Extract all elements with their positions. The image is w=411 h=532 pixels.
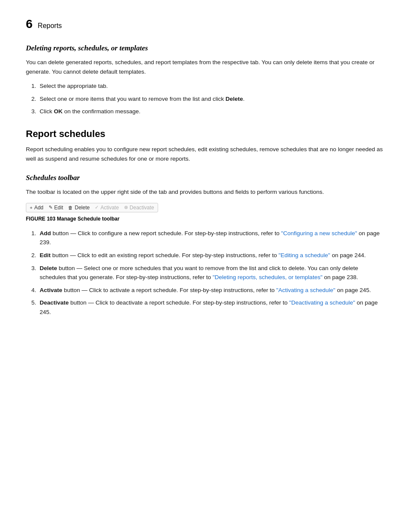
- delete-icon: 🗑: [68, 205, 73, 210]
- toolbar-deactivate-button[interactable]: ⊗ Deactivate: [124, 205, 154, 211]
- item-content: Deactivate button — Click to deactivate …: [40, 298, 385, 317]
- chapter-number: 6: [26, 17, 33, 31]
- toolbar-activate-label: Activate: [100, 205, 119, 211]
- item-content: Add button — Click to configure a new re…: [40, 229, 385, 247]
- chapter-title: Reports: [38, 22, 62, 30]
- step-content: Select the appropriate tab.: [40, 81, 385, 91]
- section-deleting: Deleting reports, schedules, or template…: [26, 44, 385, 116]
- edit-icon: ✎: [49, 205, 53, 210]
- deleting-steps-list: 1. Select the appropriate tab. 2. Select…: [26, 81, 385, 116]
- toolbar-delete-label: Delete: [75, 205, 90, 211]
- bold-deactivate: Deactivate: [40, 299, 69, 306]
- toolbar-item-5: 5. Deactivate button — Click to deactiva…: [26, 298, 385, 317]
- toolbar-edit-button[interactable]: ✎ Edit: [49, 205, 63, 211]
- bold-activate: Activate: [40, 287, 62, 293]
- toolbar-delete-button[interactable]: 🗑 Delete: [68, 205, 90, 211]
- deleting-step-1: 1. Select the appropriate tab.: [26, 81, 385, 91]
- chapter-header: 6 Reports: [26, 17, 385, 31]
- item-content: Edit button — Click to edit an existing …: [40, 251, 385, 260]
- schedules-toolbar-title: Schedules toolbar: [26, 174, 385, 182]
- toolbar-item-1: 1. Add button — Click to configure a new…: [26, 229, 385, 247]
- item-number: 5.: [26, 298, 36, 317]
- section-report-schedules: Report schedules Report scheduling enabl…: [26, 128, 385, 163]
- bold-add: Add: [40, 230, 51, 236]
- bold-delete: Delete: [225, 96, 243, 102]
- toolbar-item-3: 3. Delete button — Select one or more sc…: [26, 264, 385, 282]
- toolbar-add-label: Add: [34, 205, 43, 211]
- deactivate-icon: ⊗: [124, 205, 128, 210]
- toolbar-edit-label: Edit: [54, 205, 63, 211]
- figure-caption: FIGURE 103 Manage Schedule toolbar: [26, 216, 385, 222]
- step-content: Select one or more items that you want t…: [40, 94, 385, 104]
- bold-edit: Edit: [40, 252, 51, 258]
- link-activating-schedule[interactable]: "Activating a schedule": [276, 287, 335, 293]
- toolbar-item-2: 2. Edit button — Click to edit an existi…: [26, 251, 385, 260]
- link-configuring-schedule[interactable]: "Configuring a new schedule": [281, 230, 357, 236]
- toolbar-deactivate-label: Deactivate: [130, 205, 154, 211]
- report-schedules-intro: Report scheduling enables you to configu…: [26, 145, 385, 163]
- item-content: Activate button — Click to activate a re…: [40, 286, 385, 295]
- deleting-step-2: 2. Select one or more items that you wan…: [26, 94, 385, 104]
- step-number: 3.: [26, 107, 36, 116]
- step-number: 2.: [26, 94, 36, 104]
- deleting-step-3: 3. Click OK on the confirmation message.: [26, 107, 385, 116]
- link-editing-schedule[interactable]: "Editing a schedule": [279, 252, 330, 258]
- section-schedules-toolbar: Schedules toolbar The toolbar is located…: [26, 174, 385, 317]
- schedules-toolbar-intro: The toolbar is located on the upper righ…: [26, 187, 385, 197]
- item-number: 4.: [26, 286, 36, 295]
- step-number: 1.: [26, 81, 36, 91]
- link-deleting-reports[interactable]: "Deleting reports, schedules, or templat…: [212, 274, 322, 280]
- item-number: 1.: [26, 229, 36, 247]
- section-deleting-intro: You can delete generated reports, schedu…: [26, 58, 385, 76]
- toolbar-item-4: 4. Activate button — Click to activate a…: [26, 286, 385, 295]
- item-content: Delete button — Select one or more sched…: [40, 264, 385, 282]
- item-number: 2.: [26, 251, 36, 260]
- toolbar-mockup-container: + Add ✎ Edit 🗑 Delete ✓ Activate ⊗ De: [26, 203, 385, 212]
- toolbar-mock: + Add ✎ Edit 🗑 Delete ✓ Activate ⊗ De: [26, 203, 158, 212]
- toolbar-activate-button[interactable]: ✓ Activate: [95, 205, 119, 211]
- step-content: Click OK on the confirmation message.: [40, 107, 385, 116]
- toolbar-add-button[interactable]: + Add: [30, 205, 44, 211]
- report-schedules-title: Report schedules: [26, 128, 385, 140]
- activate-icon: ✓: [95, 205, 99, 210]
- item-number: 3.: [26, 264, 36, 282]
- add-icon: +: [30, 205, 32, 210]
- section-deleting-title: Deleting reports, schedules, or template…: [26, 44, 385, 53]
- bold-ok: OK: [54, 108, 62, 115]
- bold-delete-btn: Delete: [40, 265, 57, 271]
- link-deactivating-schedule[interactable]: "Deactivating a schedule": [289, 299, 355, 306]
- toolbar-items-list: 1. Add button — Click to configure a new…: [26, 229, 385, 317]
